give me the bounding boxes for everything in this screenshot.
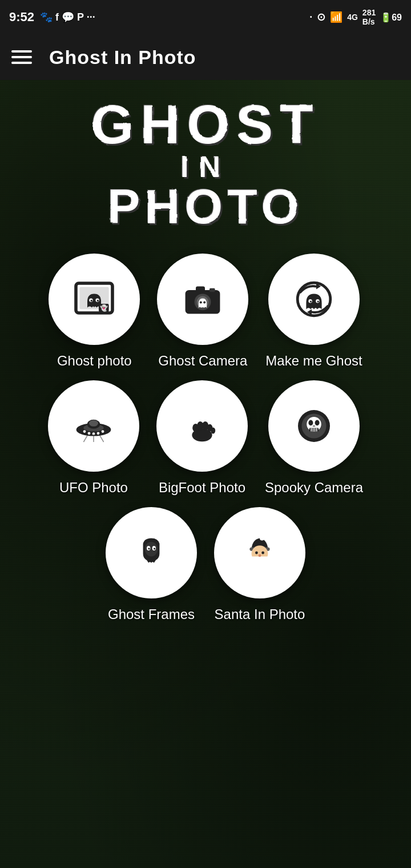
svg-point-40 [308,420,313,426]
data-icon: 4G [347,13,358,22]
logo-container: GHOST IN PHOTO [11,97,400,231]
spooky-camera-button[interactable] [268,380,360,472]
svg-point-26 [83,430,86,433]
svg-point-18 [310,300,312,302]
svg-point-11 [200,302,202,304]
ghost-photo-item[interactable]: 👻 Ghost photo [49,254,140,369]
time: 9:52 [9,10,34,25]
menu-grid: 👻 Ghost photo [11,254,400,622]
ghost-frames-icon [128,530,174,576]
svg-point-19 [317,300,319,302]
svg-point-41 [315,420,320,426]
make-me-ghost-item[interactable]: Make me Ghost [265,254,362,369]
app-bar: Ghost In Photo [0,34,411,80]
make-me-ghost-label: Make me Ghost [265,353,362,369]
bigfoot-photo-item[interactable]: BigFoot Photo [156,380,248,496]
make-me-ghost-button[interactable] [268,254,360,345]
svg-point-54 [260,536,264,540]
bigfoot-icon [179,403,225,449]
santa-in-photo-button[interactable] [214,507,305,598]
svg-point-57 [261,552,264,554]
grid-row-2: UFO Photo Big [11,380,400,496]
ghost-frames-item[interactable]: Ghost Frames [106,507,197,622]
svg-point-51 [148,548,150,549]
main-content: GHOST IN PHOTO [0,80,411,868]
ghost-frames-label: Ghost Frames [108,606,195,622]
svg-point-52 [154,548,155,549]
battery: 🔋69 [380,12,402,23]
svg-point-12 [203,302,206,304]
svg-point-36 [211,427,215,433]
svg-rect-14 [209,288,215,292]
grid-row-1: 👻 Ghost photo [11,254,400,369]
svg-point-56 [255,552,258,554]
dot-indicator: · [309,11,312,23]
status-left: 9:52 🐾 f 💬 P ··· [9,10,95,25]
svg-point-42 [313,425,316,427]
bigfoot-photo-button[interactable] [156,380,248,472]
ghost-camera-button[interactable] [157,254,248,345]
bigfoot-photo-label: BigFoot Photo [159,480,245,496]
spooky-camera-label: Spooky Camera [265,480,363,496]
notification-icons: 🐾 f 💬 P ··· [40,11,95,23]
ufo-photo-button[interactable] [48,380,139,472]
ghost-photo-label: Ghost photo [57,353,132,369]
ufo-photo-item[interactable]: UFO Photo [48,380,139,496]
ufo-photo-label: UFO Photo [59,480,128,496]
logo-ghost: GHOST [91,97,320,152]
signal-icon: 📶 [330,11,342,23]
ghost-camera-item[interactable]: Ghost Camera [157,254,248,369]
make-me-ghost-icon [291,276,337,322]
svg-point-30 [102,430,104,433]
speed: 281B/s [362,8,376,26]
santa-in-photo-label: Santa In Photo [215,606,305,622]
svg-rect-13 [196,287,205,292]
status-bar: 9:52 🐾 f 💬 P ··· · ⊙ 📶 4G 281B/s 🔋69 [0,0,411,34]
ghost-camera-icon [180,276,225,322]
spooky-camera-item[interactable]: Spooky Camera [265,380,363,496]
svg-point-48 [145,542,158,557]
ghost-photo-icon: 👻 [71,276,117,322]
logo-photo: PHOTO [91,182,320,231]
grid-row-3: Ghost Frames [11,507,400,622]
spooky-camera-icon [291,403,337,449]
svg-point-25 [89,420,98,427]
hamburger-menu[interactable] [11,50,32,64]
santa-in-photo-item[interactable]: Santa In Photo [214,507,305,622]
status-right: · ⊙ 📶 4G 281B/s 🔋69 [309,8,402,26]
ghost-photo-button[interactable]: 👻 [49,254,140,345]
wifi-icon: ⊙ [317,11,325,23]
ghost-camera-label: Ghost Camera [158,353,247,369]
santa-icon [237,530,283,576]
svg-point-58 [259,554,261,557]
logo-in: IN [91,152,320,182]
svg-text:👻: 👻 [100,304,108,312]
ghost-frames-button[interactable] [106,507,197,598]
app-logo: GHOST IN PHOTO [91,97,320,231]
svg-point-5 [97,300,99,302]
svg-point-4 [91,300,92,302]
app-title: Ghost In Photo [49,46,196,69]
ufo-icon [71,403,116,449]
